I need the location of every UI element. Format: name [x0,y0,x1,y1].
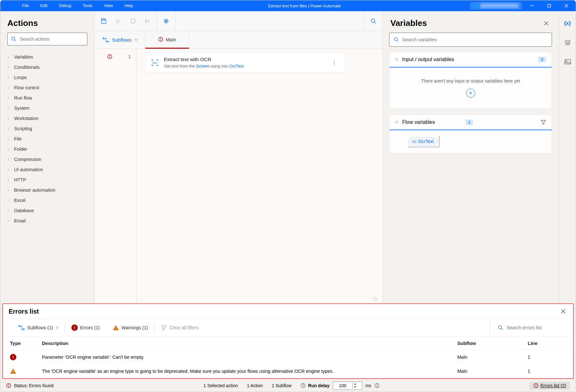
category-item[interactable]: 〉Browser automation [0,185,94,195]
svg-point-31 [23,329,24,330]
action-card-ocr[interactable]: Abc Extract text with OCR Get text from … [146,53,344,72]
search-icon [498,325,503,331]
account-badge[interactable]: 🌐 [470,2,522,10]
add-io-variable[interactable]: + [466,89,475,98]
errors-search-input[interactable] [507,325,564,330]
action-card-subtitle: Get text from the Screen using into OcrT… [164,64,324,68]
category-item[interactable]: 〉Loops [0,72,94,83]
err-filter-subflows[interactable]: Subflows (1) ▽ [12,322,65,334]
io-variables-header[interactable]: ▽ Input / output variables 0 [389,52,552,68]
status-actions: 1 Action [247,383,263,388]
chevron-right-icon: 〉 [7,116,11,121]
maximize-button[interactable] [542,1,556,11]
actions-search[interactable] [7,33,87,45]
close-button[interactable] [559,1,574,11]
category-item[interactable]: 〉Variables [0,52,94,62]
svg-line-34 [162,326,166,330]
save-button[interactable] [99,16,109,26]
menu-file[interactable]: File [16,0,35,11]
stop-button[interactable] [128,16,138,26]
chevron-right-icon: 〉 [7,167,11,172]
chevron-right-icon: 〉 [7,147,11,152]
variables-search[interactable] [389,33,552,47]
io-variables-section: ▽ Input / output variables 0 There aren'… [389,52,552,109]
menu-edit[interactable]: Edit [35,0,53,11]
chevron-right-icon: 〉 [7,157,11,162]
rail-layers-icon[interactable] [563,37,573,48]
search-flow-button[interactable] [368,16,379,26]
errors-table-header: Type Description Subflow Line [3,337,573,350]
flow-variables-header[interactable]: ▽ Flow variables 1 [389,115,552,130]
category-item[interactable]: 〉Compression [0,154,94,164]
step-button[interactable] [143,16,153,26]
category-item[interactable]: 〉Excel [0,195,94,205]
rail-variables-icon[interactable]: {x} [563,18,573,28]
filter-icon[interactable] [541,120,546,125]
chevron-down-icon: ▽ [56,326,58,330]
svg-point-30 [19,325,20,327]
variables-search-input[interactable] [402,37,548,42]
rail-images-icon[interactable] [563,57,573,67]
svg-rect-6 [102,19,105,20]
category-item[interactable]: 〉Run flow [0,93,94,103]
menu-view[interactable]: View [98,0,119,11]
clear-filters[interactable]: Clear all filters [155,322,205,334]
io-empty-text: There aren't any input or output variabl… [395,78,546,84]
run-delay-value[interactable] [333,383,352,388]
category-item[interactable]: 〉File [0,134,94,144]
variables-close[interactable] [542,19,551,28]
category-item[interactable]: 〉HTTP [0,175,94,185]
spin-up[interactable]: ▲ [353,382,358,386]
category-item[interactable]: 〉UI automation [0,164,94,175]
errors-search[interactable] [490,322,564,334]
menu-help[interactable]: Help [119,0,139,11]
status-subflows: 1 Subflow [272,383,291,388]
action-card-title: Extract text with OCR [164,57,324,62]
menu-tools[interactable]: Tools [77,0,98,11]
actions-search-input[interactable] [20,36,84,42]
category-item[interactable]: 〉Conditionals [0,62,94,72]
svg-line-12 [374,22,376,23]
svg-text:Abc: Abc [153,61,157,64]
record-button[interactable] [161,16,171,26]
subflows-dropdown[interactable]: Subflows ▽ [95,31,145,49]
variable-chip-ocrtext[interactable]: (x) OcrText [408,137,438,146]
svg-point-48 [536,386,536,387]
category-item[interactable]: 〉Workstation [0,113,94,124]
category-item[interactable]: 〉Database [0,205,94,216]
category-item[interactable]: 〉System [0,103,94,113]
status-bar: Status: Errors found 1 Selected action 1… [0,379,576,392]
info-icon[interactable] [374,383,380,388]
designer-toolbar [95,11,382,31]
category-item[interactable]: 〉Folder [0,144,94,154]
errors-close[interactable] [559,307,567,316]
variable-icon: (x) [412,140,416,143]
svg-point-4 [12,37,15,40]
account-name-redacted [480,4,519,8]
spin-down[interactable]: ▼ [353,386,358,389]
minimize-button[interactable] [524,1,539,11]
clock-icon [300,383,306,388]
chevron-down-icon: ▽ [395,120,398,124]
err-filter-errors[interactable]: ! Errors (1) [65,322,106,334]
menu-debug[interactable]: Debug [53,0,77,11]
svg-point-14 [107,41,108,42]
eraser-icon[interactable] [372,294,379,301]
error-row[interactable]: The 'OCR engine variable' as an engine t… [3,364,573,378]
run-button[interactable] [113,16,124,26]
svg-point-13 [103,38,104,39]
error-row[interactable]: !Parameter 'OCR engine variable': Can't … [3,350,573,364]
error-indicator-icon [158,37,163,42]
err-filter-warnings[interactable]: Warnings (1) [106,322,154,334]
run-delay-input[interactable]: ▲▼ [333,381,362,390]
io-variables-title: Input / output variables [402,57,534,62]
svg-point-10 [165,20,167,22]
category-item[interactable]: 〉Email [0,216,94,226]
errors-list-link[interactable]: Errors list (2) [530,382,570,389]
tab-main[interactable]: Main [145,31,189,49]
action-card-menu[interactable]: ⋮ [330,59,339,66]
subflows-label: Subflows [112,37,132,43]
svg-point-35 [499,326,502,329]
category-item[interactable]: 〉Flow control [0,83,94,93]
category-item[interactable]: 〉Scripting [0,124,94,134]
